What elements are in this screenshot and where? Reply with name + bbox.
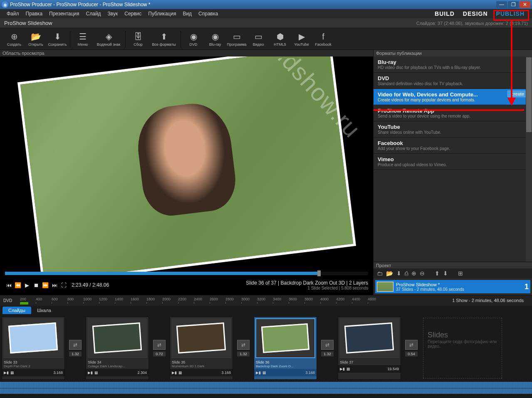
proj-remove-icon[interactable]: ⊖ xyxy=(420,270,425,277)
fmt-vimeo[interactable]: VimeoProduce and upload videos to Vimeo. xyxy=(374,154,532,170)
tb-menu[interactable]: ☰Меню xyxy=(72,29,94,49)
menu-file[interactable]: Файл xyxy=(3,10,22,17)
menu-service[interactable]: Сервис xyxy=(121,10,145,17)
fx-icon[interactable]: ▦ xyxy=(10,371,14,375)
last-button[interactable]: ⏭ xyxy=(51,281,58,289)
transition-37[interactable]: ⇄0.54 xyxy=(402,317,421,380)
fx-icon[interactable]: ▦ xyxy=(178,371,182,375)
forward-button[interactable]: ⏩ xyxy=(42,281,49,289)
proj-options-icon[interactable]: ⊞ xyxy=(458,270,463,277)
fx-icon[interactable]: ▦ xyxy=(262,371,266,375)
transition-duration[interactable]: 0.72 xyxy=(153,351,166,356)
tb-allformats[interactable]: ⬆Все форматы xyxy=(149,29,179,49)
app-icon: ◉ xyxy=(2,1,8,8)
video-icon: ▭ xyxy=(253,31,264,42)
transition-35[interactable]: ⇄1.32 xyxy=(234,317,253,380)
proj-print-icon[interactable]: ⎙ xyxy=(405,270,408,277)
slide-duration[interactable]: 2.304 xyxy=(137,371,147,375)
tb-new[interactable]: ⊕Создать xyxy=(3,29,25,49)
play-slide-icon[interactable]: ▶▮ xyxy=(172,371,177,375)
proj-down-icon[interactable]: ⬇ xyxy=(443,270,448,277)
slide-duration[interactable]: 3.168 xyxy=(305,371,315,375)
slide-duration[interactable]: 3.168 xyxy=(53,371,63,375)
menu-publication[interactable]: Публикация xyxy=(145,10,179,17)
proj-add-icon[interactable]: ⊕ xyxy=(411,270,416,277)
project-item[interactable]: ProShow Slideshow * 37 Slides - 2 minute… xyxy=(375,280,530,293)
tb-facebook[interactable]: fFacebook xyxy=(312,29,334,49)
transition-icon[interactable]: ⇄ xyxy=(321,340,334,350)
fmt-video[interactable]: createVideo for Web, Devices and Compute… xyxy=(374,89,532,105)
close-button[interactable]: ✕ xyxy=(520,1,530,8)
slide-34[interactable]: 34 Slide 34Collage Dark Landscap... ▶▮ ▦… xyxy=(86,317,149,380)
slide-37[interactable]: 37 Slide 37 ▶▮ ▦ 19.549 xyxy=(338,317,401,380)
play-button[interactable]: ▶ xyxy=(23,281,31,289)
transition-33[interactable]: ⇄1.32 xyxy=(66,317,85,380)
first-button[interactable]: ⏮ xyxy=(5,281,12,289)
audio-track[interactable] xyxy=(0,381,532,394)
fmt-bluray[interactable]: Blu-rayHD video disc for playback on TVs… xyxy=(374,57,532,73)
tb-save[interactable]: ⬇Сохранить xyxy=(47,29,68,49)
transition-duration[interactable]: 1.32 xyxy=(237,351,250,356)
fx-icon[interactable]: ▦ xyxy=(94,371,98,375)
play-slide-icon[interactable]: ▶▮ xyxy=(4,371,9,375)
mode-publish[interactable]: PUBLISH xyxy=(492,10,529,18)
fmt-dvd[interactable]: DVDStandard definition video disc for TV… xyxy=(374,73,532,89)
slide-33[interactable]: 33 Slide 33Depth Pan Dark 2 ▶▮ ▦ 3.168 xyxy=(2,317,65,380)
proj-save-icon[interactable]: ⬇ xyxy=(396,270,401,277)
transition-icon[interactable]: ⇄ xyxy=(405,340,418,350)
tb-html5[interactable]: ⬢HTML5 xyxy=(269,29,291,49)
transition-icon[interactable]: ⇄ xyxy=(69,340,82,350)
transition-duration[interactable]: 0.54 xyxy=(405,351,418,356)
maximize-button[interactable]: ❐ xyxy=(508,1,519,8)
tb-program[interactable]: ▭Программа xyxy=(226,29,247,49)
fmt-facebook[interactable]: FacebookAdd your show to your Facebook p… xyxy=(374,138,532,154)
tb-dvd[interactable]: ◉DVD xyxy=(183,29,204,49)
menu-presentation[interactable]: Презентация xyxy=(46,10,83,17)
slide-duration[interactable]: 19.549 xyxy=(387,367,399,371)
tab-slides[interactable]: Слайды xyxy=(2,307,31,314)
transition-36[interactable]: ⇄1.32 xyxy=(318,317,337,380)
tb-collect[interactable]: 🗄Сбор xyxy=(127,29,149,49)
tb-youtube[interactable]: ▶YouTube xyxy=(291,29,312,49)
tb-watermark[interactable]: ◈Водяной знак xyxy=(94,29,124,49)
seekbar[interactable] xyxy=(5,272,368,275)
slide-duration[interactable]: 3.168 xyxy=(221,371,231,375)
slide-36[interactable]: 36 Slide 36Backdrop Dark Zoom O... ▶▮ ▦ … xyxy=(254,317,317,380)
play-slide-icon[interactable]: ▶▮ xyxy=(256,371,261,375)
stop-button[interactable]: ⏹ xyxy=(32,281,40,289)
rewind-button[interactable]: ⏪ xyxy=(14,281,22,289)
mode-design[interactable]: DESIGN xyxy=(459,10,492,18)
tb-bluray[interactable]: ◉Blu-ray xyxy=(204,29,226,49)
transition-icon[interactable]: ⇄ xyxy=(153,340,166,350)
create-button[interactable]: create xyxy=(507,91,528,97)
proj-new-icon[interactable]: 🗀 xyxy=(377,270,383,277)
play-slide-icon[interactable]: ▶▮ xyxy=(88,371,93,375)
minimize-button[interactable]: — xyxy=(496,1,507,8)
fullscreen-button[interactable]: ⛶ xyxy=(60,281,67,289)
menu-view[interactable]: Вид xyxy=(179,10,195,17)
fx-icon[interactable]: ▦ xyxy=(346,367,350,371)
scrollbar[interactable] xyxy=(526,57,532,262)
proj-open-icon[interactable]: 📂 xyxy=(386,270,393,277)
transition-icon[interactable]: ⇄ xyxy=(237,340,250,350)
menu-sound[interactable]: Звук xyxy=(104,10,121,17)
slide-strip[interactable]: 33 Slide 33Depth Pan Dark 2 ▶▮ ▦ 3.168 ⇄… xyxy=(0,315,532,381)
menu-slide[interactable]: Слайд xyxy=(83,10,104,17)
fmt-youtube[interactable]: YouTubeShare videos online with YouTube. xyxy=(374,121,532,138)
tab-scale[interactable]: Шкала xyxy=(31,307,57,314)
menu-help[interactable]: Справка xyxy=(195,10,221,17)
tb-video[interactable]: ▭Видео xyxy=(247,29,269,49)
fmt-remote[interactable]: ProShow Remote AppSend a video to your d… xyxy=(374,105,532,121)
dropzone[interactable]: SlidesПеретащите сюда фотографию или вид… xyxy=(423,318,502,378)
transition-34[interactable]: ⇄0.72 xyxy=(150,317,169,380)
proj-up-icon[interactable]: ⬆ xyxy=(435,270,440,277)
timeline-ruler[interactable]: DVD 200400600800100012001400160018002000… xyxy=(0,295,532,306)
slide-35[interactable]: 35 Slide 35Momentum 3D 1 Dark ▶▮ ▦ 3.168 xyxy=(170,317,233,380)
tb-open[interactable]: 📂Открыть xyxy=(25,29,47,49)
menu-edit[interactable]: Правка xyxy=(22,10,46,17)
transition-duration[interactable]: 1.32 xyxy=(321,351,334,356)
transition-duration[interactable]: 1.32 xyxy=(69,351,82,356)
mode-build[interactable]: BUILD xyxy=(431,10,459,18)
preview-area[interactable] xyxy=(0,57,373,272)
play-slide-icon[interactable]: ▶▮ xyxy=(340,367,345,371)
